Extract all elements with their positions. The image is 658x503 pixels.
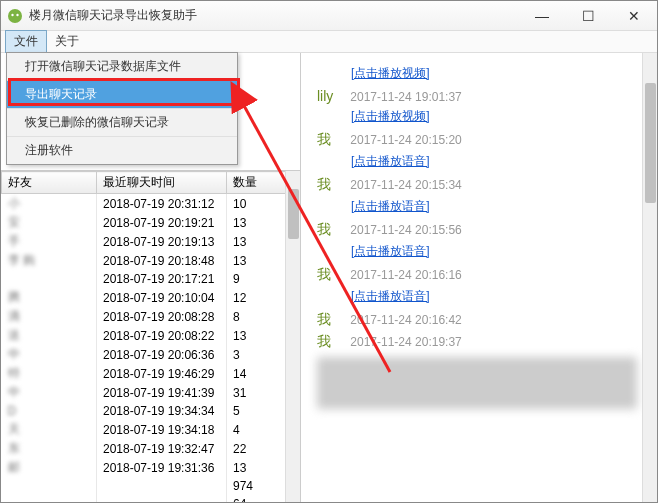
table-row[interactable]: 送2018-07-19 20:08:2213 bbox=[2, 326, 300, 345]
message-sender: lily bbox=[317, 88, 347, 104]
cell-friend: 中 bbox=[2, 345, 97, 364]
right-scrollbar[interactable] bbox=[642, 53, 657, 502]
menu-recover-deleted[interactable]: 恢复已删除的微信聊天记录 bbox=[7, 109, 237, 137]
titlebar: 楼月微信聊天记录导出恢复助手 — ☐ ✕ bbox=[1, 1, 657, 31]
play-audio-link[interactable]: [点击播放语音] bbox=[351, 153, 641, 170]
table-row[interactable]: 中2018-07-19 20:06:363 bbox=[2, 345, 300, 364]
play-audio-link[interactable]: [点击播放语音] bbox=[351, 288, 641, 305]
cell-friend: 东 bbox=[2, 439, 97, 458]
message-sender: 我 bbox=[317, 176, 347, 194]
cell-time: 2018-07-19 19:34:18 bbox=[97, 420, 227, 439]
play-video-link[interactable]: [点击播放视频] bbox=[351, 108, 641, 125]
cell-friend: 李 购 bbox=[2, 251, 97, 270]
message-sender: 我 bbox=[317, 333, 347, 351]
message-header: 我 2017-11-24 20:19:37 bbox=[317, 333, 641, 351]
chat-pane: [点击播放视频]lily 2017-11-24 19:01:37[点击播放视频]… bbox=[301, 53, 657, 502]
left-scrollbar[interactable] bbox=[285, 171, 300, 502]
table-row[interactable]: 特2018-07-19 19:46:2914 bbox=[2, 364, 300, 383]
table-row[interactable]: 滴2018-07-19 20:08:288 bbox=[2, 307, 300, 326]
table-row[interactable]: 中2018-07-19 19:41:3931 bbox=[2, 383, 300, 402]
table-row[interactable]: 腾2018-07-19 20:10:0412 bbox=[2, 288, 300, 307]
svg-point-1 bbox=[11, 13, 13, 15]
cell-time: 2018-07-19 19:41:39 bbox=[97, 383, 227, 402]
cell-time: 2018-07-19 20:31:12 bbox=[97, 194, 227, 214]
scrollbar-thumb[interactable] bbox=[288, 189, 299, 239]
cell-time: 2018-07-19 20:18:48 bbox=[97, 251, 227, 270]
menu-register[interactable]: 注册软件 bbox=[7, 137, 237, 164]
cell-friend: 特 bbox=[2, 364, 97, 383]
table-row[interactable]: 小2018-07-19 20:31:1210 bbox=[2, 194, 300, 214]
message-sender: 我 bbox=[317, 311, 347, 329]
message-sender: 我 bbox=[317, 266, 347, 284]
menu-file[interactable]: 文件 bbox=[5, 30, 47, 53]
window-controls: — ☐ ✕ bbox=[519, 1, 657, 31]
cell-friend bbox=[2, 495, 97, 502]
table-row[interactable]: 李 购2018-07-19 20:18:4813 bbox=[2, 251, 300, 270]
cell-friend: 腾 bbox=[2, 288, 97, 307]
message-time: 2017-11-24 19:01:37 bbox=[347, 90, 462, 104]
message-time: 2017-11-24 20:19:37 bbox=[347, 335, 462, 349]
table-row[interactable]: 天2018-07-19 19:34:184 bbox=[2, 420, 300, 439]
cell-time: 2018-07-19 19:31:36 bbox=[97, 458, 227, 477]
cell-friend: 滴 bbox=[2, 307, 97, 326]
cell-time: 2018-07-19 20:19:21 bbox=[97, 213, 227, 232]
friends-table: 好友 最近聊天时间 数量 小2018-07-19 20:31:1210安2018… bbox=[1, 171, 300, 502]
cell-time: 2018-07-19 20:06:36 bbox=[97, 345, 227, 364]
svg-point-0 bbox=[8, 9, 22, 23]
cell-friend: 中 bbox=[2, 383, 97, 402]
cell-friend: 小 bbox=[2, 194, 97, 214]
scrollbar-thumb[interactable] bbox=[645, 83, 656, 203]
cell-time: 2018-07-19 20:08:28 bbox=[97, 307, 227, 326]
window-title: 楼月微信聊天记录导出恢复助手 bbox=[29, 7, 519, 24]
cell-friend: 安 bbox=[2, 213, 97, 232]
cell-friend: 送 bbox=[2, 326, 97, 345]
message-header: 我 2017-11-24 20:16:16 bbox=[317, 266, 641, 284]
cell-time: 2018-07-19 19:46:29 bbox=[97, 364, 227, 383]
message-time: 2017-11-24 20:15:56 bbox=[347, 223, 462, 237]
message-header: 我 2017-11-24 20:15:34 bbox=[317, 176, 641, 194]
friends-table-wrap: 好友 最近聊天时间 数量 小2018-07-19 20:31:1210安2018… bbox=[1, 171, 300, 502]
message-sender: 我 bbox=[317, 131, 347, 149]
table-row[interactable]: 东2018-07-19 19:32:4722 bbox=[2, 439, 300, 458]
app-icon bbox=[7, 8, 23, 24]
message-time: 2017-11-24 20:16:16 bbox=[347, 268, 462, 282]
minimize-button[interactable]: — bbox=[519, 1, 565, 31]
message-time: 2017-11-24 20:16:42 bbox=[347, 313, 462, 327]
message-time: 2017-11-24 20:15:20 bbox=[347, 133, 462, 147]
cell-time: 2018-07-19 19:32:47 bbox=[97, 439, 227, 458]
table-row[interactable]: 974 bbox=[2, 477, 300, 495]
col-time[interactable]: 最近聊天时间 bbox=[97, 172, 227, 194]
menu-about[interactable]: 关于 bbox=[47, 31, 87, 52]
cell-friend: 手 bbox=[2, 232, 97, 251]
message-header: 我 2017-11-24 20:16:42 bbox=[317, 311, 641, 329]
maximize-button[interactable]: ☐ bbox=[565, 1, 611, 31]
play-video-link[interactable]: [点击播放视频] bbox=[351, 65, 641, 82]
cell-time: 2018-07-19 20:19:13 bbox=[97, 232, 227, 251]
cell-friend: 天 bbox=[2, 420, 97, 439]
close-button[interactable]: ✕ bbox=[611, 1, 657, 31]
cell-friend: 邮 bbox=[2, 458, 97, 477]
cell-time: 2018-07-19 20:10:04 bbox=[97, 288, 227, 307]
col-friend[interactable]: 好友 bbox=[2, 172, 97, 194]
table-row[interactable]: 邮2018-07-19 19:31:3613 bbox=[2, 458, 300, 477]
message-header: lily 2017-11-24 19:01:37 bbox=[317, 88, 641, 104]
play-audio-link[interactable]: [点击播放语音] bbox=[351, 243, 641, 260]
cell-time bbox=[97, 495, 227, 502]
message-header: 我 2017-11-24 20:15:56 bbox=[317, 221, 641, 239]
cell-friend bbox=[2, 270, 97, 288]
table-row[interactable]: 64 bbox=[2, 495, 300, 502]
cell-friend bbox=[2, 477, 97, 495]
table-row[interactable]: D2018-07-19 19:34:345 bbox=[2, 402, 300, 420]
menu-open-db[interactable]: 打开微信聊天记录数据库文件 bbox=[7, 53, 237, 81]
cell-time: 2018-07-19 20:08:22 bbox=[97, 326, 227, 345]
file-dropdown: 打开微信聊天记录数据库文件 导出聊天记录 恢复已删除的微信聊天记录 注册软件 bbox=[6, 52, 238, 165]
cell-friend: D bbox=[2, 402, 97, 420]
blurred-message bbox=[317, 357, 637, 409]
menu-export-chat[interactable]: 导出聊天记录 bbox=[7, 81, 237, 109]
play-audio-link[interactable]: [点击播放语音] bbox=[351, 198, 641, 215]
table-row[interactable]: 手2018-07-19 20:19:1313 bbox=[2, 232, 300, 251]
cell-time: 2018-07-19 19:34:34 bbox=[97, 402, 227, 420]
menubar: 文件 关于 bbox=[1, 31, 657, 53]
table-row[interactable]: 安2018-07-19 20:19:2113 bbox=[2, 213, 300, 232]
table-row[interactable]: 2018-07-19 20:17:219 bbox=[2, 270, 300, 288]
